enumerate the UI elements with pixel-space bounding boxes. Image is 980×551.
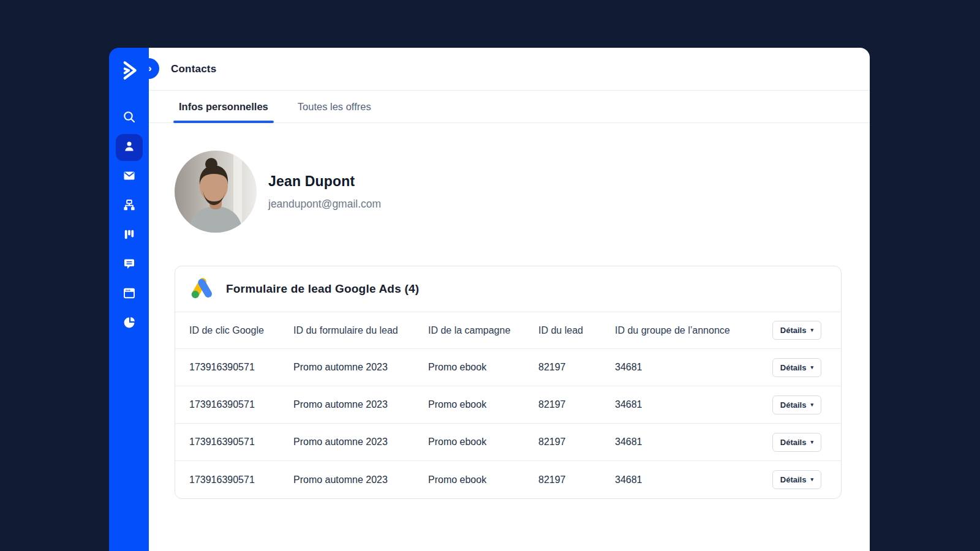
- table-row: 173916390571 Promo automne 2023 Promo eb…: [175, 461, 841, 498]
- pie-chart-icon: [122, 315, 137, 332]
- sidebar-item-conversations[interactable]: [116, 252, 143, 279]
- chevron-down-icon: ▾: [810, 365, 813, 370]
- table-row: 173916390571 Promo automne 2023 Promo eb…: [175, 386, 841, 424]
- column-header: ID du formulaire du lead: [293, 325, 428, 336]
- sidebar-item-automations[interactable]: [116, 193, 143, 220]
- column-header: ID de la campagne: [428, 325, 538, 336]
- sidebar-item-contacts[interactable]: [116, 134, 143, 161]
- contact-tabs: Infos personnelles Toutes les offres: [149, 91, 870, 123]
- column-header: ID de clic Google: [189, 325, 293, 336]
- browser-window-icon: [122, 286, 137, 303]
- contact-avatar: [175, 151, 257, 233]
- tab-toutes-les-offres[interactable]: Toutes les offres: [292, 91, 377, 122]
- google-ads-leadform-card: Formulaire de lead Google Ads (4) ID de …: [175, 266, 842, 499]
- contact-profile: Jean Dupont jeandupont@gmail.com: [175, 151, 870, 233]
- contact-identity: Jean Dupont jeandupont@gmail.com: [268, 173, 381, 211]
- sidebar-item-reports[interactable]: [116, 310, 143, 337]
- sidebar-item-forms[interactable]: [116, 281, 143, 308]
- column-header: ID du groupe de l’annonce: [615, 325, 761, 336]
- contact-name: Jean Dupont: [268, 173, 381, 190]
- chevron-down-icon: ▾: [810, 328, 813, 333]
- kanban-icon: [122, 227, 137, 244]
- main-panel: » Contacts Infos personnelles Toutes les…: [149, 48, 870, 551]
- chevron-down-icon: ▾: [810, 440, 813, 445]
- search-icon: [122, 110, 137, 127]
- details-dropdown-button[interactable]: Détails ▾: [772, 395, 821, 414]
- details-dropdown-button[interactable]: Détails ▾: [772, 470, 821, 489]
- sidebar: [109, 48, 149, 551]
- page-title: Contacts: [171, 63, 216, 75]
- sidebar-item-search[interactable]: [116, 105, 143, 132]
- google-ads-icon: [190, 276, 214, 302]
- chat-bubble-icon: [122, 257, 137, 274]
- contact-email: jeandupont@gmail.com: [268, 198, 381, 211]
- details-dropdown-button[interactable]: Détails ▾: [772, 433, 821, 452]
- table-header-row: ID de clic Google ID du formulaire du le…: [175, 312, 841, 349]
- app-window: » Contacts Infos personnelles Toutes les…: [109, 48, 870, 551]
- leadform-card-header: Formulaire de lead Google Ads (4): [175, 266, 841, 312]
- sidebar-nav: [116, 105, 143, 337]
- sidebar-item-pipelines[interactable]: [116, 222, 143, 249]
- table-row: 173916390571 Promo automne 2023 Promo eb…: [175, 349, 841, 386]
- chevron-down-icon: ▾: [810, 402, 813, 408]
- details-dropdown-button[interactable]: Détails ▾: [772, 358, 821, 377]
- envelope-icon: [122, 168, 137, 186]
- tab-infos-personnelles[interactable]: Infos personnelles: [173, 91, 274, 122]
- activecampaign-logo-icon: [117, 58, 141, 83]
- contact-person-icon: [122, 139, 137, 156]
- table-row: 173916390571 Promo automne 2023 Promo eb…: [175, 424, 841, 461]
- page-header: Contacts: [149, 48, 870, 91]
- chevron-down-icon: ▾: [810, 477, 813, 482]
- details-dropdown-button[interactable]: Détails ▾: [772, 321, 821, 340]
- sitemap-icon: [122, 198, 137, 215]
- leadform-title: Formulaire de lead Google Ads (4): [226, 282, 419, 296]
- column-header: ID du lead: [538, 325, 615, 336]
- sidebar-item-email-campaigns[interactable]: [116, 163, 143, 190]
